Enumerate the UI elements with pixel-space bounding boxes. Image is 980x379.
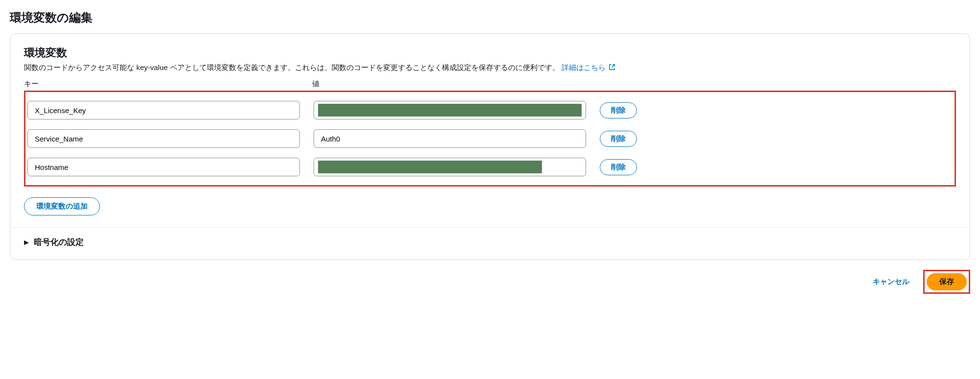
env-vars-panel: 環境変数 関数のコードからアクセス可能な key-value ペアとして環境変数… <box>10 33 970 260</box>
env-value-input[interactable] <box>314 129 586 148</box>
cancel-button[interactable]: キャンセル <box>867 273 915 290</box>
env-rows-highlight: 削除 削除 削除 <box>24 91 956 187</box>
env-value-input-masked[interactable] <box>314 101 586 119</box>
learn-more-text: 詳細はこちら <box>562 63 606 71</box>
page-title: 環境変数の編集 <box>10 10 970 25</box>
section-title: 環境変数 <box>24 46 956 60</box>
save-button[interactable]: 保存 <box>927 273 967 290</box>
remove-button[interactable]: 削除 <box>600 131 637 147</box>
redacted-bar <box>318 161 542 173</box>
divider <box>10 227 970 228</box>
env-row: 削除 <box>27 153 953 181</box>
footer-actions: キャンセル 保存 <box>10 270 970 294</box>
caret-right-icon: ▶ <box>24 238 29 246</box>
redacted-bar <box>318 104 582 117</box>
key-column-header: キー <box>24 79 298 89</box>
learn-more-link[interactable]: 詳細はこちら <box>562 63 615 71</box>
section-desc-text: 関数のコードからアクセス可能な key-value ペアとして環境変数を定義でき… <box>24 63 560 71</box>
env-row: 削除 <box>27 96 953 124</box>
add-env-var-button[interactable]: 環境変数の追加 <box>24 197 100 215</box>
env-key-input[interactable] <box>27 101 300 119</box>
value-column-header: 値 <box>312 79 587 89</box>
column-headers: キー 値 <box>24 79 956 89</box>
env-row: 削除 <box>27 124 953 153</box>
env-value-input-masked[interactable] <box>314 158 586 176</box>
env-key-input[interactable] <box>27 129 300 148</box>
encryption-label: 暗号化の設定 <box>34 237 84 248</box>
encryption-settings-toggle[interactable]: ▶ 暗号化の設定 <box>24 237 956 248</box>
remove-button[interactable]: 削除 <box>600 159 637 175</box>
remove-button[interactable]: 削除 <box>600 102 637 118</box>
external-link-icon <box>609 64 615 71</box>
save-button-highlight: 保存 <box>923 270 970 294</box>
env-key-input[interactable] <box>27 158 300 176</box>
section-desc: 関数のコードからアクセス可能な key-value ペアとして環境変数を定義でき… <box>24 63 956 72</box>
